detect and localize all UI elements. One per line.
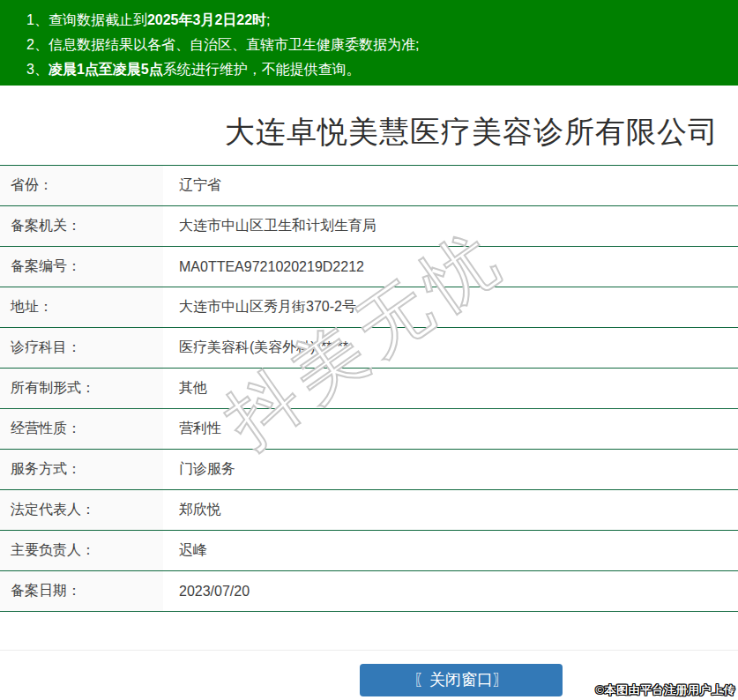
row-label: 经营性质： [0, 409, 163, 449]
row-label: 备案编号： [0, 247, 163, 287]
row-label: 法定代表人： [0, 490, 163, 530]
row-label: 服务方式： [0, 450, 163, 489]
row-value: MA0TTEA9721020219D2212 [163, 247, 364, 287]
row-value: 2023/07/20 [163, 571, 250, 611]
page: 1、查询数据截止到2025年3月2日22时; 2、信息数据结果以各省、自治区、直… [0, 0, 738, 700]
row-value: 其他 [163, 369, 207, 408]
table-row-province: 省份： 辽宁省 [0, 166, 738, 206]
row-label: 地址： [0, 287, 163, 327]
table-row-legal-representative: 法定代表人： 郑欣悦 [0, 490, 738, 531]
row-label: 备案机关： [0, 206, 163, 246]
table-row-operating-nature: 经营性质： 营利性 [0, 409, 738, 450]
row-value: 门诊服务 [163, 450, 235, 489]
notice-line-2-text: 信息数据结果以各省、自治区、直辖市卫生健康委数据为准; [48, 37, 419, 52]
table-row-filing-date: 备案日期： 2023/07/20 [0, 571, 738, 612]
notice-line-1-post: ; [266, 12, 270, 27]
row-value: 大连市中山区卫生和计划生育局 [163, 206, 376, 246]
table-row-address: 地址： 大连市中山区秀月街370-2号 [0, 287, 738, 328]
notice-line-1-text: 查询数据截止到 [48, 12, 147, 27]
notice-line-3-num: 3、 [26, 62, 48, 77]
table-row-main-person-in-charge: 主要负责人： 迟峰 [0, 531, 738, 571]
row-label: 所有制形式： [0, 369, 163, 408]
notice-line-2: 2、信息数据结果以各省、自治区、直辖市卫生健康委数据为准; [26, 33, 738, 57]
row-label: 主要负责人： [0, 531, 163, 570]
row-value: 医疗美容科(美容外科)****** [163, 328, 348, 368]
upload-credit-watermark: ©本图由平台注册用户上传 [595, 682, 735, 698]
footer-divider [0, 650, 738, 651]
row-label: 备案日期： [0, 571, 163, 611]
notice-line-1-bold: 2025年3月2日22时 [147, 12, 266, 27]
table-row-medical-subjects: 诊疗科目： 医疗美容科(美容外科)****** [0, 328, 738, 369]
close-window-button[interactable]: 〖关闭窗口〗 [360, 664, 563, 696]
table-row-ownership-form: 所有制形式： 其他 [0, 369, 738, 409]
notice-line-2-num: 2、 [26, 37, 48, 52]
table-row-filing-number: 备案编号： MA0TTEA9721020219D2212 [0, 247, 738, 287]
row-value: 辽宁省 [163, 166, 221, 205]
row-value: 大连市中山区秀月街370-2号 [163, 287, 356, 327]
table-row-filing-authority: 备案机关： 大连市中山区卫生和计划生育局 [0, 206, 738, 247]
row-value: 郑欣悦 [163, 490, 221, 530]
row-value: 迟峰 [163, 531, 207, 570]
row-label: 诊疗科目： [0, 328, 163, 368]
notice-line-3: 3、凌晨1点至凌晨5点系统进行维护，不能提供查询。 [26, 57, 738, 82]
row-label: 省份： [0, 166, 163, 205]
table-row-service-mode: 服务方式： 门诊服务 [0, 450, 738, 490]
notice-banner: 1、查询数据截止到2025年3月2日22时; 2、信息数据结果以各省、自治区、直… [0, 0, 738, 86]
notice-line-3-bold: 凌晨1点至凌晨5点 [48, 62, 163, 77]
notice-line-3-post: 系统进行维护，不能提供查询。 [163, 62, 361, 77]
record-info-table: 省份： 辽宁省 备案机关： 大连市中山区卫生和计划生育局 备案编号： MA0TT… [0, 165, 738, 612]
row-value: 营利性 [163, 409, 221, 449]
notice-line-1: 1、查询数据截止到2025年3月2日22时; [26, 8, 738, 33]
clinic-title: 大连卓悦美慧医疗美容诊所有限公司 [0, 112, 738, 153]
notice-line-1-num: 1、 [26, 12, 48, 27]
